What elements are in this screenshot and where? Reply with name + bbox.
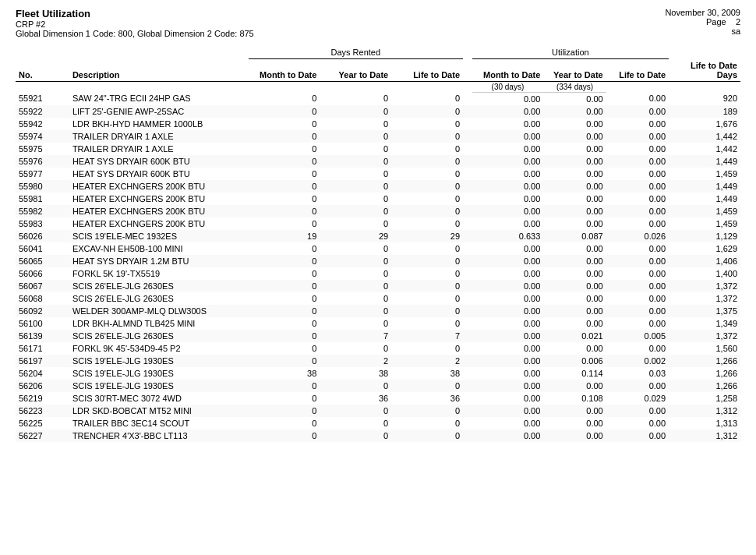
no-cell: 55974 <box>16 130 69 143</box>
table-row: 55942LDR BKH-HYD HAMMER 1000LB0000.000.0… <box>16 118 740 130</box>
fleet-utilization-table: Days Rented Utilization No. Description … <box>16 48 740 442</box>
ytd-cell: 0 <box>320 317 391 330</box>
u-ytd-cell: 0.00 <box>543 143 606 155</box>
spacer-cell <box>463 417 472 430</box>
ltd-col-header: Life to Date <box>391 59 463 82</box>
u-ltd-cell: 0.00 <box>606 405 669 417</box>
u-mtd-cell: 0.00 <box>472 405 544 417</box>
desc-col-header: Description <box>69 59 249 82</box>
ytd-cell: 29 <box>320 230 391 242</box>
page-label: Page <box>706 17 726 27</box>
u-ytd-cell: 0.114 <box>543 367 606 380</box>
u-ltd-cell: 0.00 <box>606 105 669 118</box>
spacer-cell <box>463 130 472 143</box>
desc-cell: SCIS 26'ELE-JLG 2630ES <box>69 292 249 305</box>
desc-cell: LDR BKH-HYD HAMMER 1000LB <box>69 118 249 130</box>
ytd-cell: 0 <box>320 180 391 193</box>
mtd-cell: 0 <box>249 217 320 230</box>
mtd-cell: 0 <box>249 267 320 280</box>
spacer-cell <box>463 105 472 118</box>
table-row: 56100LDR BKH-ALMND TLB425 MINI0000.000.0… <box>16 317 740 330</box>
no-cell: 56100 <box>16 317 69 330</box>
u-ltd-cell: 0.00 <box>606 193 669 205</box>
u-ltd-cell: 0.00 <box>606 180 669 193</box>
u-ytd-cell: 0.00 <box>543 205 606 217</box>
table-row: 56041EXCAV-NH EH50B-100 MINI0000.000.000… <box>16 242 740 255</box>
u-mtd-cell: 0.00 <box>472 317 544 330</box>
u-ytd-cell: 0.00 <box>543 280 606 292</box>
u-ytd-cell: 0.00 <box>543 217 606 230</box>
table-row: 56171FORKL 9K 45'-534D9-45 P20000.000.00… <box>16 342 740 355</box>
ytd-cell: 0 <box>320 292 391 305</box>
ltd-days-cell: 1,449 <box>669 193 740 205</box>
ytd-cell: 0 <box>320 417 391 430</box>
desc-cell: SCIS 19'ELE-MEC 1932ES <box>69 230 249 242</box>
spacer-cell <box>463 92 472 105</box>
ltd-cell: 2 <box>391 355 463 367</box>
no-cell: 56206 <box>16 380 69 392</box>
u-ltd-cell: 0.00 <box>606 118 669 130</box>
table-row: 55980HEATER EXCHNGERS 200K BTU0000.000.0… <box>16 180 740 193</box>
no-cell: 56026 <box>16 230 69 242</box>
ltd-cell: 0 <box>391 292 463 305</box>
u-mtd-cell: 0.00 <box>472 242 544 255</box>
u-ytd-cell: 0.00 <box>543 305 606 317</box>
u-ltd-cell: 0.00 <box>606 130 669 143</box>
desc-header-spacer <box>69 48 249 59</box>
desc-cell: EXCAV-NH EH50B-100 MINI <box>69 242 249 255</box>
ltd-days-cell: 1,266 <box>669 355 740 367</box>
u-ltd-cell: 0.00 <box>606 242 669 255</box>
u-mtd-cell: 0.00 <box>472 267 544 280</box>
mtd-cell: 0 <box>249 130 320 143</box>
mtd-cell: 0 <box>249 305 320 317</box>
mtd-cell: 0 <box>249 317 320 330</box>
ltd-days-cell: 1,449 <box>669 180 740 193</box>
ltd-cell: 0 <box>391 255 463 267</box>
mtd-cell: 0 <box>249 143 320 155</box>
ltd-cell: 0 <box>391 242 463 255</box>
desc-cell: HEAT SYS DRYAIR 1.2M BTU <box>69 255 249 267</box>
u-ltd-cell: 0.00 <box>606 143 669 155</box>
desc-cell: SCIS 26'ELE-JLG 2630ES <box>69 330 249 342</box>
table-row: 55976HEAT SYS DRYAIR 600K BTU0000.000.00… <box>16 155 740 168</box>
ltd-cell: 0 <box>391 217 463 230</box>
spacer-cell <box>463 205 472 217</box>
u-mtd-cell: 0.00 <box>472 205 544 217</box>
ytd-cell: 0 <box>320 130 391 143</box>
ltd-cell: 0 <box>391 155 463 168</box>
ltd-cell: 0 <box>391 193 463 205</box>
spacer-cell <box>463 405 472 417</box>
ytd-cell: 0 <box>320 380 391 392</box>
u-mtd-cell: 0.00 <box>472 380 544 392</box>
no-cell: 56092 <box>16 305 69 317</box>
spacer-cell <box>463 392 472 405</box>
crp-label: CRP #2 <box>16 19 254 29</box>
mtd-cell: 0 <box>249 118 320 130</box>
u-ltd-cell: 0.00 <box>606 380 669 392</box>
mtd-cell: 0 <box>249 255 320 267</box>
ltd-days-cell: 1,372 <box>669 292 740 305</box>
ltd-cell: 0 <box>391 342 463 355</box>
u-ltd-cell: 0.029 <box>606 392 669 405</box>
desc-cell: HEAT SYS DRYAIR 600K BTU <box>69 155 249 168</box>
ltd-cell: 0 <box>391 280 463 292</box>
table-row: 56227TRENCHER 4'X3'-BBC LT1130000.000.00… <box>16 430 740 442</box>
u-ltd-cell: 0.00 <box>606 417 669 430</box>
ytd-cell: 0 <box>320 105 391 118</box>
no-cell: 56065 <box>16 255 69 267</box>
table-row: 56068SCIS 26'ELE-JLG 2630ES0000.000.000.… <box>16 292 740 305</box>
ltd-days-cell: 1,349 <box>669 317 740 330</box>
u-mtd-cell: 0.00 <box>472 180 544 193</box>
main-table-container: Days Rented Utilization No. Description … <box>16 48 740 442</box>
ltd-days-cell: 1,258 <box>669 392 740 405</box>
no-cell: 56041 <box>16 242 69 255</box>
desc-cell: SCIS 30'RT-MEC 3072 4WD <box>69 392 249 405</box>
u-ltd-cell: 0.00 <box>606 92 669 105</box>
ytd-cell: 0 <box>320 168 391 180</box>
user-info: sa <box>665 27 740 36</box>
spacer-cell <box>463 242 472 255</box>
u-ytd-cell: 0.087 <box>543 230 606 242</box>
table-row: 56065HEAT SYS DRYAIR 1.2M BTU0000.000.00… <box>16 255 740 267</box>
mtd-cell: 0 <box>249 105 320 118</box>
no-cell: 56225 <box>16 417 69 430</box>
